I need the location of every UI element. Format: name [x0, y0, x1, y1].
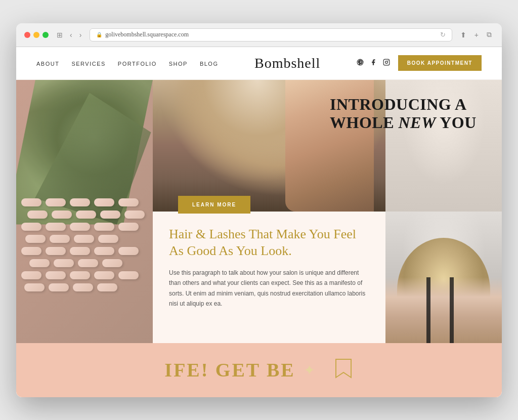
nav-about[interactable]: ABOUT	[36, 61, 59, 67]
social-icons	[357, 59, 390, 68]
pill-row	[20, 235, 153, 243]
headline-line3: YOU	[436, 113, 477, 132]
pill	[46, 198, 66, 206]
pill	[98, 235, 118, 243]
section-body: Use this paragraph to talk about how you…	[169, 268, 369, 309]
pill-row	[22, 211, 153, 219]
svg-marker-3	[336, 359, 351, 377]
pill	[70, 247, 90, 255]
section-title: Hair & Lashes That Make You Feel As Good…	[169, 226, 369, 260]
website: ABOUT SERVICES PORTFOLIO SHOP BLOG Bombs…	[16, 47, 502, 397]
teaser-partial-text: IFE! GET BE	[164, 359, 295, 381]
nav-links: ABOUT SERVICES PORTFOLIO SHOP BLOG	[36, 59, 218, 68]
dress-strap-right	[450, 277, 454, 343]
pill	[21, 198, 41, 206]
new-tab-button[interactable]: +	[472, 30, 481, 40]
browser-window: ⊞ ‹ › 🔒 golivebombshell.squarespace.com …	[16, 23, 502, 397]
pill	[46, 223, 66, 231]
hero-headline: INTRODUCING A WHOLE NEW YOU	[330, 95, 502, 133]
svg-rect-0	[383, 59, 390, 65]
center-column: INTRODUCING A WHOLE NEW YOU LEARN MORE H…	[153, 80, 385, 343]
pill	[124, 211, 145, 219]
pill-row	[16, 271, 153, 279]
book-appointment-button[interactable]: BOOK APPOINTMENT	[398, 55, 482, 71]
pill	[21, 223, 41, 231]
close-button[interactable]	[24, 32, 30, 38]
pill	[100, 211, 120, 219]
traffic-lights	[24, 32, 49, 38]
pill	[74, 235, 94, 243]
pill	[94, 223, 114, 231]
url-text: golivebombshell.squarespace.com	[105, 31, 189, 38]
facebook-icon[interactable]	[370, 59, 377, 68]
pill	[76, 211, 96, 219]
pill	[29, 259, 50, 267]
reload-icon[interactable]: ↻	[440, 31, 446, 39]
pill	[70, 198, 90, 206]
browser-chrome: ⊞ ‹ › 🔒 golivebombshell.squarespace.com …	[16, 23, 502, 47]
pill	[94, 247, 114, 255]
pill	[118, 247, 139, 255]
pill	[27, 211, 48, 219]
pill-row	[16, 247, 153, 255]
dress-strap-left	[426, 277, 430, 343]
pill	[21, 271, 41, 279]
headline-line2: WHOLE	[330, 113, 398, 132]
left-column-image	[16, 80, 153, 343]
headline-line1: INTRODUCING A	[330, 95, 467, 113]
pill	[54, 259, 74, 267]
svg-point-1	[385, 61, 387, 63]
hero-headline-overlay: INTRODUCING A WHOLE NEW YOU	[330, 95, 502, 133]
share-button[interactable]: ⬆	[458, 30, 468, 40]
hero-area: INTRODUCING A WHOLE NEW YOU LEARN MORE	[153, 80, 385, 212]
nav-shop[interactable]: SHOP	[169, 61, 188, 67]
address-bar[interactable]: 🔒 golivebombshell.squarespace.com ↻	[90, 28, 452, 41]
pill	[94, 271, 114, 279]
learn-more-area: LEARN MORE	[163, 188, 266, 222]
pills-pattern	[16, 198, 153, 343]
pill	[21, 247, 41, 255]
pill	[78, 259, 98, 267]
learn-more-button[interactable]: LEARN MORE	[178, 196, 250, 214]
pill	[46, 271, 66, 279]
svg-point-2	[388, 60, 388, 61]
site-navigation: ABOUT SERVICES PORTFOLIO SHOP BLOG Bombs…	[16, 47, 502, 80]
pill-row	[16, 198, 153, 206]
pill	[25, 235, 46, 243]
teaser-star-icon: ✦	[304, 362, 315, 379]
back-button[interactable]: ‹	[68, 30, 74, 40]
shoulder-skin	[385, 277, 502, 343]
pill	[70, 271, 90, 279]
teaser-text: IFE! GET BE	[164, 359, 295, 381]
pill	[70, 223, 90, 231]
lock-icon: 🔒	[96, 32, 102, 37]
pill-row	[16, 223, 153, 231]
center-content: Hair & Lashes That Make You Feel As Good…	[153, 212, 385, 343]
pill	[24, 283, 45, 291]
main-content-grid: INTRODUCING A WHOLE NEW YOU LEARN MORE H…	[16, 80, 502, 343]
nav-portfolio[interactable]: PORTFOLIO	[118, 61, 157, 67]
windows-button[interactable]: ⧉	[485, 29, 494, 40]
forward-button[interactable]: ›	[77, 30, 84, 40]
sidebar-toggle[interactable]: ⊞	[55, 30, 65, 40]
pill	[94, 198, 114, 206]
minimize-button[interactable]	[33, 32, 39, 38]
pill	[50, 235, 70, 243]
pill	[46, 247, 66, 255]
pill	[118, 198, 139, 206]
browser-actions: ⬆ + ⧉	[458, 29, 494, 40]
pill	[97, 283, 117, 291]
site-logo: Bombshell	[254, 55, 320, 71]
pill-row	[19, 283, 153, 291]
pinterest-icon[interactable]	[357, 59, 364, 68]
browser-nav: ⊞ ‹ ›	[55, 30, 83, 40]
nav-services[interactable]: SERVICES	[71, 61, 105, 67]
instagram-icon[interactable]	[383, 59, 390, 68]
nav-right: BOOK APPOINTMENT	[357, 55, 482, 71]
maximize-button[interactable]	[42, 32, 49, 38]
nav-blog[interactable]: BLOG	[200, 61, 219, 67]
pill	[102, 259, 122, 267]
pill	[52, 211, 72, 219]
pill	[118, 223, 139, 231]
pill	[49, 283, 69, 291]
